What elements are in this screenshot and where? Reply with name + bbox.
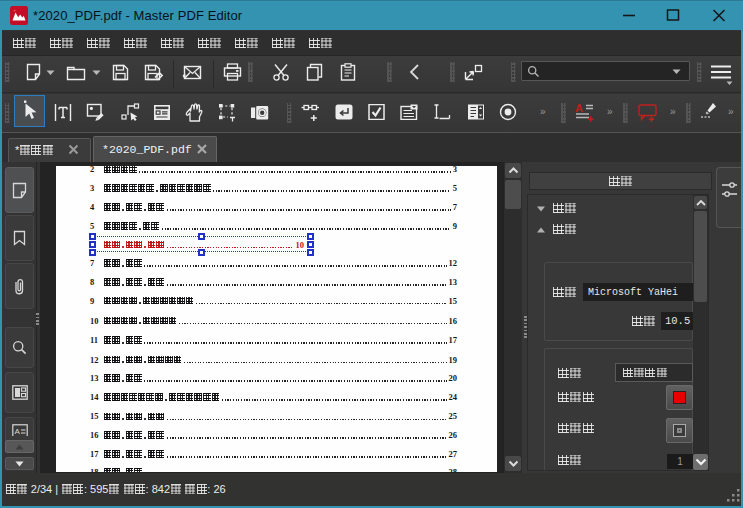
svg-text:A: A [14,427,20,436]
svg-text:A: A [575,102,583,114]
